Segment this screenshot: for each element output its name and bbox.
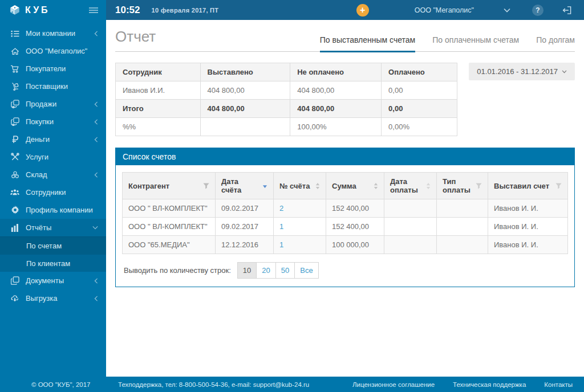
rows-option-50[interactable]: 50 <box>275 262 295 279</box>
sidebar-item-label: Склад <box>26 170 47 179</box>
chevron-left-icon <box>94 172 98 178</box>
page-header: Отчет По выставленным счетам По оплаченн… <box>115 28 575 52</box>
col-header-issuer[interactable]: Выставил счет <box>488 173 568 199</box>
sidebar-item-label: Выгрузка <box>26 294 58 303</box>
sidebar-item-purchases[interactable]: Покупки <box>0 113 106 130</box>
reports-icon <box>9 224 21 232</box>
panel-title: Список счетов <box>116 148 574 165</box>
sort-icon[interactable] <box>423 183 431 189</box>
col-header-pay-type[interactable]: Тип оплаты <box>437 173 488 199</box>
invoice-number-link[interactable]: 2 <box>279 204 283 213</box>
sidebar-item-label: Покупатели <box>26 64 66 73</box>
date-range-value: 01.01.2016 - 31.12.2017 <box>477 67 558 76</box>
license-agreement-link[interactable]: Лицензионное соглашение <box>352 381 435 388</box>
contacts-link[interactable]: Контакты <box>544 381 573 388</box>
cell: 404 800,00 <box>200 100 290 118</box>
logout-icon[interactable] <box>562 6 571 15</box>
sidebar-subitem-label: По счетам <box>26 242 62 250</box>
invoice-number-link[interactable]: 1 <box>279 240 283 249</box>
summary-header-row: Сотрудник Выставлено Не оплачено Оплачен… <box>116 63 457 81</box>
sidebar-item-label: Деньги <box>26 135 50 144</box>
sort-desc-icon[interactable] <box>259 183 267 189</box>
col-header-issued: Выставлено <box>200 63 290 81</box>
sidebar-item-sales[interactable]: Продажи <box>0 95 106 113</box>
cell: 0,00% <box>382 118 457 136</box>
company-selector[interactable]: ООО "Мегаполис" <box>415 6 474 14</box>
sidebar-item-suppliers[interactable]: Поставщики <box>0 77 106 95</box>
chevron-left-icon <box>94 137 98 142</box>
warehouse-icon <box>9 171 21 178</box>
invoice-number-cell: 1 <box>274 236 326 254</box>
sidebar-item-my-companies[interactable]: Мои компании <box>0 24 106 42</box>
panel-body: Контрагент Дата счёта № счёта Сумма Дата… <box>116 165 574 287</box>
cell: 100,00% <box>290 118 382 136</box>
col-header-pay-date[interactable]: Дата оплаты <box>384 173 437 199</box>
pay-date-cell <box>384 218 437 236</box>
sidebar-subitem-by-invoices[interactable]: По счетам <box>0 236 106 254</box>
sidebar-item-money[interactable]: Деньги <box>0 130 106 148</box>
summary-row-total: Итого 404 800,00 404 800,00 0,00 <box>116 100 457 118</box>
sidebar-subitem-by-clients[interactable]: По клиентам <box>0 254 106 272</box>
date-range-selector[interactable]: 01.01.2016 - 31.12.2017 <box>469 63 575 80</box>
chevron-left-icon <box>94 278 98 284</box>
pay-date-cell <box>384 199 437 218</box>
sidebar-item-buyers[interactable]: Покупатели <box>0 60 106 77</box>
col-header-invoice-number[interactable]: № счёта <box>274 173 326 199</box>
chevron-left-icon <box>94 296 98 301</box>
current-date: 10 февраля 2017, ПТ <box>151 7 218 14</box>
col-header-label: Выставил счет <box>494 182 549 190</box>
sidebar-item-export[interactable]: Выгрузка <box>0 289 106 307</box>
pay-type-cell <box>437 218 488 236</box>
report-tabs: По выставленным счетам По оплаченным сче… <box>320 35 575 51</box>
cell: 0,00 <box>382 81 457 100</box>
sidebar-item-label: Профиль компании <box>26 206 93 214</box>
gear-icon <box>9 206 21 214</box>
add-button[interactable]: + <box>356 4 369 17</box>
sort-icon[interactable] <box>370 183 378 189</box>
filter-icon[interactable] <box>552 183 562 189</box>
col-header-label: Дата счёта <box>221 177 259 194</box>
rows-per-page-label: Выводить по количеству строк: <box>124 266 231 275</box>
sidebar-item-label: Документы <box>26 276 64 285</box>
contractor-cell: ООО " ВЛ-КОМПЛЕКТ" <box>123 218 216 236</box>
sidebar-item-employees[interactable]: Сотрудники <box>0 183 106 201</box>
tab-paid-invoices[interactable]: По оплаченным счетам <box>432 35 519 51</box>
invoice-number-link[interactable]: 1 <box>279 222 283 231</box>
copyright-text: © ООО "КУБ", 2017 <box>31 381 117 388</box>
documents-icon <box>9 276 21 285</box>
rows-option-all[interactable]: Все <box>294 262 318 279</box>
help-icon[interactable]: ? <box>532 5 544 16</box>
col-header-invoice-date[interactable]: Дата счёта <box>216 173 274 199</box>
tab-issued-invoices[interactable]: По выставленным счетам <box>320 35 416 52</box>
col-header-sum[interactable]: Сумма <box>326 173 384 199</box>
sidebar-item-documents[interactable]: Документы <box>0 272 106 289</box>
rows-option-10[interactable]: 10 <box>237 262 257 279</box>
home-icon <box>9 47 21 55</box>
tech-support-link[interactable]: Техническая поддержка <box>453 381 526 388</box>
logo-row: КУБ <box>0 0 106 20</box>
filter-icon[interactable] <box>200 183 209 189</box>
topbar: 10:52 10 февраля 2017, ПТ + ООО "Мегапол… <box>106 0 584 20</box>
hamburger-icon[interactable] <box>89 7 98 13</box>
sidebar: КУБ Мои компании ООО "Мегаполис" Покупат… <box>0 0 106 377</box>
sidebar-item-services[interactable]: Услуги <box>0 148 106 166</box>
rows-per-page: Выводить по количеству строк: 10 20 50 В… <box>122 262 568 279</box>
filter-icon[interactable] <box>472 183 482 189</box>
tab-debts[interactable]: По долгам <box>536 35 575 51</box>
sidebar-item-company-home[interactable]: ООО "Мегаполис" <box>0 42 106 60</box>
rows-option-20[interactable]: 20 <box>256 262 275 279</box>
sidebar-item-label: Продажи <box>26 100 56 108</box>
sort-icon[interactable] <box>312 183 320 189</box>
tools-icon <box>9 153 21 161</box>
sidebar-item-company-profile[interactable]: Профиль компании <box>0 201 106 219</box>
col-header-contractor[interactable]: Контрагент <box>123 173 216 199</box>
invoice-list-panel: Список счетов Контрагент Дата счёта № сч… <box>115 148 575 287</box>
sidebar-item-reports[interactable]: Отчёты <box>0 219 106 236</box>
chevron-down-icon[interactable] <box>504 8 510 13</box>
col-header-label: Тип оплаты <box>443 177 472 194</box>
sidebar-item-label: Услуги <box>26 153 48 161</box>
summary-section: Сотрудник Выставлено Не оплачено Оплачен… <box>115 63 575 136</box>
sidebar-item-label: Покупки <box>26 117 54 126</box>
sidebar-item-warehouse[interactable]: Склад <box>0 166 106 183</box>
cell: 404 800,00 <box>290 81 382 100</box>
